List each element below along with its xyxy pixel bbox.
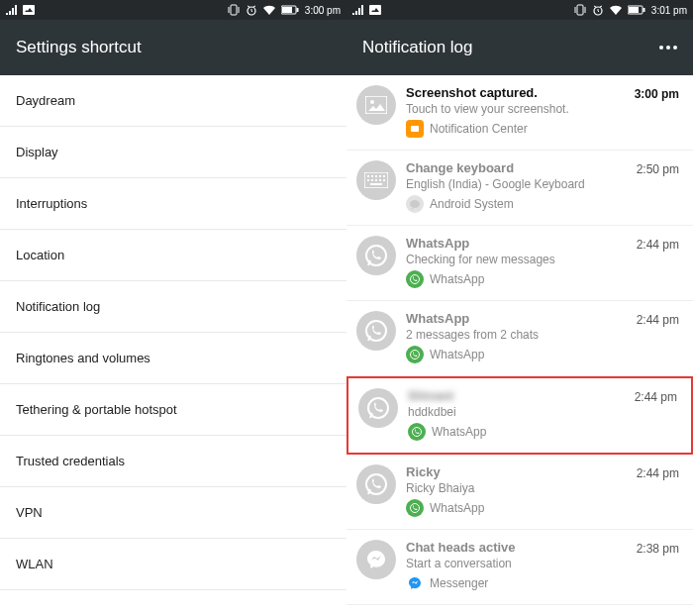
app-name: Notification Center <box>430 122 528 136</box>
notification-time: 2:44 pm <box>637 238 679 252</box>
whatsapp-app-icon <box>408 423 426 441</box>
svg-rect-14 <box>411 126 419 132</box>
notification-list: Screenshot captured. Touch to view your … <box>346 75 693 605</box>
notification-desc: 2 messages from 2 chats <box>406 328 679 342</box>
whatsapp-app-icon <box>406 346 424 363</box>
picture-icon <box>23 5 35 15</box>
notification-item[interactable]: Chat heads active Start a conversation M… <box>346 530 693 605</box>
messenger-icon <box>356 540 396 579</box>
notification-desc: Start a conversation <box>406 557 679 570</box>
svg-rect-21 <box>367 179 369 181</box>
app-name: WhatsApp <box>430 272 484 286</box>
svg-rect-18 <box>375 175 377 177</box>
whatsapp-app-icon <box>406 270 424 288</box>
notification-item[interactable]: Ricky Ricky Bhaiya WhatsApp 2:44 pm <box>346 455 693 530</box>
messenger-app-icon <box>406 574 424 592</box>
signal-icon <box>6 5 17 15</box>
settings-item-tethering[interactable]: Tethering & portable hotspot <box>0 384 346 436</box>
settings-item-daydream[interactable]: Daydream <box>0 75 346 127</box>
battery-icon <box>281 5 299 15</box>
svg-rect-16 <box>367 175 369 177</box>
keyboard-icon <box>356 160 396 200</box>
app-name: Messenger <box>430 576 488 590</box>
svg-rect-24 <box>379 179 381 181</box>
whatsapp-app-icon <box>406 499 424 517</box>
whatsapp-icon <box>356 464 396 504</box>
notification-time: 2:44 pm <box>637 466 679 480</box>
svg-point-32 <box>413 428 422 437</box>
status-bar: 3:01 pm <box>346 0 693 20</box>
svg-rect-1 <box>231 5 237 15</box>
app-name: WhatsApp <box>432 425 486 439</box>
settings-item-wlan[interactable]: WLAN <box>0 539 346 590</box>
settings-item-notification-log[interactable]: Notification log <box>0 281 346 333</box>
alarm-icon <box>246 4 257 16</box>
more-button[interactable] <box>659 46 677 50</box>
svg-rect-10 <box>629 7 639 13</box>
svg-rect-25 <box>383 179 385 181</box>
notification-desc: Checking for new messages <box>406 253 679 266</box>
app-name: WhatsApp <box>430 348 484 361</box>
alarm-icon <box>592 4 604 16</box>
notification-center-icon <box>406 120 424 138</box>
svg-rect-20 <box>383 175 385 177</box>
settings-item-vpn[interactable]: VPN <box>0 487 346 539</box>
notification-item[interactable]: WhatsApp 2 messages from 2 chats WhatsAp… <box>346 301 693 376</box>
status-time: 3:01 pm <box>651 5 687 16</box>
svg-rect-22 <box>371 179 373 181</box>
notification-log-screen: 3:01 pm Notification log Screenshot capt… <box>346 0 693 616</box>
whatsapp-icon <box>356 311 396 351</box>
svg-point-34 <box>411 504 420 513</box>
svg-rect-11 <box>643 8 644 12</box>
vibrate-icon <box>228 4 240 16</box>
battery-icon <box>628 5 645 15</box>
settings-item-ringtones[interactable]: Ringtones and volumes <box>0 333 346 384</box>
settings-list: Daydream Display Interruptions Location … <box>0 75 346 590</box>
svg-point-13 <box>370 100 374 104</box>
page-title: Notification log <box>362 38 473 57</box>
status-bar: 3:00 pm <box>0 0 346 20</box>
svg-rect-19 <box>379 175 381 177</box>
picture-icon <box>369 5 381 15</box>
notification-item[interactable]: WhatsApp Checking for new messages Whats… <box>346 226 693 301</box>
notification-desc: hddkdbei <box>408 405 677 419</box>
android-system-icon <box>406 195 424 213</box>
notification-time: 2:44 pm <box>635 390 677 404</box>
notification-item[interactable]: Screenshot captured. Touch to view your … <box>346 75 693 151</box>
svg-rect-17 <box>371 175 373 177</box>
whatsapp-icon <box>356 236 396 275</box>
vibrate-icon <box>574 4 586 16</box>
notification-desc: English (India) - Google Keyboard <box>406 177 679 191</box>
settings-item-location[interactable]: Location <box>0 230 346 281</box>
whatsapp-icon <box>358 388 398 428</box>
notification-time: 2:50 pm <box>637 162 679 176</box>
header: Settings shortcut <box>0 20 346 75</box>
settings-screen: 3:00 pm Settings shortcut Daydream Displ… <box>0 0 346 616</box>
notification-desc: Touch to view your screenshot. <box>406 102 679 116</box>
app-name: Android System <box>430 197 514 211</box>
header: Notification log <box>346 20 693 75</box>
picture-icon <box>356 85 396 125</box>
notification-desc: Ricky Bhaiya <box>406 481 679 495</box>
wifi-icon <box>610 5 622 15</box>
notification-time: 3:00 pm <box>635 87 679 101</box>
settings-item-trusted-credentials[interactable]: Trusted credentials <box>0 436 346 487</box>
svg-rect-12 <box>365 96 387 114</box>
page-title: Settings shortcut <box>16 38 142 57</box>
notification-time: 2:44 pm <box>637 313 679 327</box>
svg-rect-5 <box>296 8 298 12</box>
signal-icon <box>352 5 363 15</box>
svg-point-30 <box>411 351 420 359</box>
notification-time: 2:38 pm <box>637 542 679 556</box>
app-name: WhatsApp <box>430 501 484 515</box>
settings-item-display[interactable]: Display <box>0 127 346 178</box>
svg-rect-7 <box>577 5 583 15</box>
svg-rect-26 <box>370 183 382 185</box>
svg-point-28 <box>411 275 420 284</box>
wifi-icon <box>263 5 275 15</box>
settings-item-interruptions[interactable]: Interruptions <box>0 178 346 230</box>
svg-rect-23 <box>375 179 377 181</box>
notification-item-highlighted[interactable]: Shivani hddkdbei WhatsApp 2:44 pm <box>346 376 693 455</box>
notification-item[interactable]: Change keyboard English (India) - Google… <box>346 151 693 226</box>
svg-rect-4 <box>282 7 292 13</box>
